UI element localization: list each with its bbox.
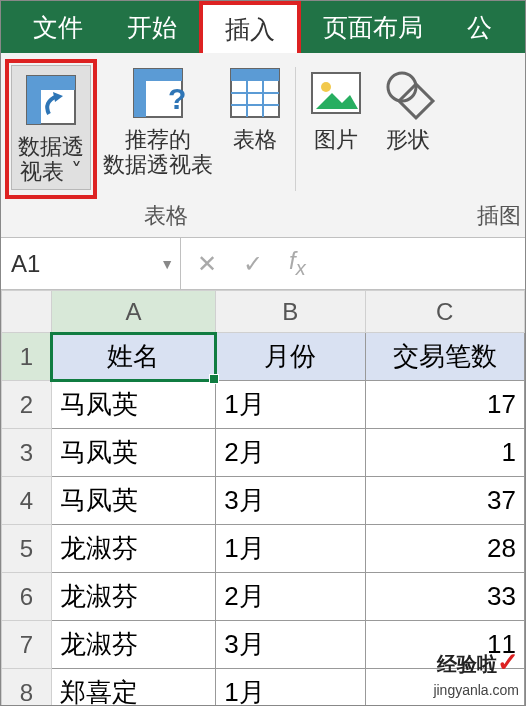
- column-header-c[interactable]: C: [365, 291, 524, 333]
- row-header[interactable]: 3: [2, 429, 52, 477]
- row-header[interactable]: 7: [2, 621, 52, 669]
- cell[interactable]: 2月: [216, 573, 365, 621]
- tab-insert[interactable]: 插入: [199, 1, 301, 53]
- svg-rect-9: [231, 69, 279, 81]
- cell[interactable]: 11: [365, 621, 524, 669]
- tab-home[interactable]: 开始: [105, 1, 199, 53]
- shapes-icon: [378, 63, 438, 123]
- picture-button[interactable]: 图片: [300, 59, 372, 199]
- recommended-pivot-icon: ?: [128, 63, 188, 123]
- svg-rect-2: [27, 76, 41, 124]
- svg-point-15: [321, 82, 331, 92]
- row-header[interactable]: 2: [2, 381, 52, 429]
- cell[interactable]: 1: [365, 429, 524, 477]
- cell[interactable]: 17: [365, 381, 524, 429]
- row-header[interactable]: 6: [2, 573, 52, 621]
- cell-a1[interactable]: 姓名: [51, 333, 215, 381]
- name-box[interactable]: A1 ▼: [1, 238, 181, 289]
- table-icon: [225, 63, 285, 123]
- pivot-table-button[interactable]: 数据透 视表 ˅: [11, 65, 91, 190]
- picture-icon: [306, 63, 366, 123]
- name-box-value: A1: [11, 250, 40, 278]
- ribbon-tabs: 文件 开始 插入 页面布局 公: [1, 1, 525, 53]
- svg-text:?: ?: [168, 82, 186, 115]
- spreadsheet-grid: A B C 1 姓名 月份 交易笔数 2 马凤英 1月 17 3 马凤英 2月 …: [1, 290, 525, 706]
- tab-file[interactable]: 文件: [11, 1, 105, 53]
- row-header[interactable]: 8: [2, 669, 52, 707]
- cell[interactable]: 1月: [216, 525, 365, 573]
- recommended-pivot-button[interactable]: ? 推荐的 数据透视表: [97, 59, 219, 199]
- cell-c1[interactable]: 交易笔数: [365, 333, 524, 381]
- column-header-a[interactable]: A: [51, 291, 215, 333]
- row-header[interactable]: 4: [2, 477, 52, 525]
- cell[interactable]: 马凤英: [51, 429, 215, 477]
- column-header-b[interactable]: B: [216, 291, 365, 333]
- group-tables-label: 表格: [1, 201, 331, 231]
- tab-page-layout[interactable]: 页面布局: [301, 1, 445, 53]
- formula-bar-row: A1 ▼ ✕ ✓ fx: [1, 238, 525, 290]
- cell[interactable]: 1月: [216, 381, 365, 429]
- cell[interactable]: 龙淑芬: [51, 621, 215, 669]
- cell[interactable]: 2月: [216, 429, 365, 477]
- table-button[interactable]: 表格: [219, 59, 291, 199]
- cell[interactable]: 37: [365, 477, 524, 525]
- cancel-icon[interactable]: ✕: [189, 250, 225, 278]
- shapes-button[interactable]: 形状: [372, 59, 444, 199]
- ribbon: 数据透 视表 ˅ ? 推荐的 数据透视表 表格 图片 形状: [1, 53, 525, 238]
- cell[interactable]: 3月: [216, 621, 365, 669]
- cell[interactable]: 1月: [216, 669, 365, 707]
- pivot-table-label: 数据透 视表 ˅: [18, 134, 84, 185]
- highlight-pivot: 数据透 视表 ˅: [5, 59, 97, 199]
- cell[interactable]: 郑喜定: [51, 669, 215, 707]
- tab-formulas-partial[interactable]: 公: [445, 1, 514, 53]
- cell[interactable]: 马凤英: [51, 477, 215, 525]
- separator: [295, 67, 296, 191]
- chevron-down-icon[interactable]: ▼: [160, 256, 174, 272]
- cell[interactable]: [365, 669, 524, 707]
- group-illustrations-label: 插图: [331, 201, 525, 231]
- cell[interactable]: 33: [365, 573, 524, 621]
- recommended-pivot-label: 推荐的 数据透视表: [103, 127, 213, 178]
- cell[interactable]: 龙淑芬: [51, 525, 215, 573]
- svg-rect-6: [134, 69, 146, 117]
- cell[interactable]: 28: [365, 525, 524, 573]
- cell-b1[interactable]: 月份: [216, 333, 365, 381]
- cell[interactable]: 3月: [216, 477, 365, 525]
- formula-controls: ✕ ✓ fx: [181, 238, 322, 289]
- fx-icon[interactable]: fx: [281, 247, 314, 280]
- enter-icon[interactable]: ✓: [235, 250, 271, 278]
- select-all-corner[interactable]: [2, 291, 52, 333]
- table-label: 表格: [233, 127, 277, 152]
- pivot-table-icon: [21, 70, 81, 130]
- cell[interactable]: 龙淑芬: [51, 573, 215, 621]
- shapes-label: 形状: [386, 127, 430, 152]
- row-header[interactable]: 5: [2, 525, 52, 573]
- picture-label: 图片: [314, 127, 358, 152]
- row-header[interactable]: 1: [2, 333, 52, 381]
- cell[interactable]: 马凤英: [51, 381, 215, 429]
